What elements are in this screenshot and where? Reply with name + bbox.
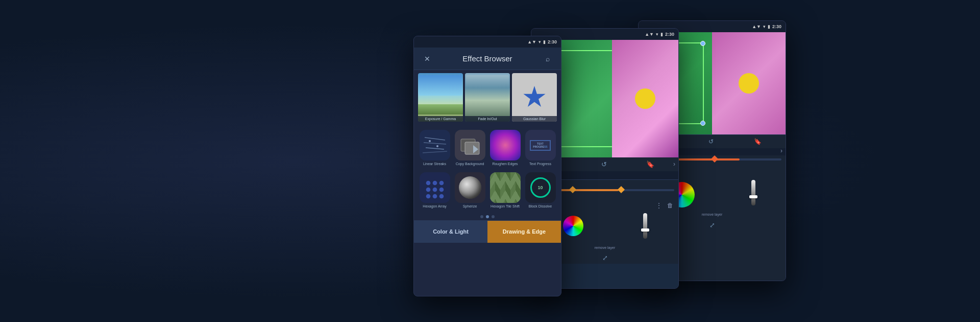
- effect-thumb-fade[interactable]: Fade In/Out: [465, 73, 510, 122]
- svg-point-14: [439, 188, 444, 192]
- effect-item-copy-bg[interactable]: Copy Background: [453, 130, 486, 166]
- dissolve-circle: 10: [530, 177, 551, 198]
- right-expand-icon[interactable]: ⤢: [709, 221, 715, 229]
- right-scroll-arrow[interactable]: ›: [780, 147, 782, 154]
- mid-lightness-slider[interactable]: [643, 213, 647, 239]
- mid-scroll-arrow[interactable]: ›: [673, 160, 675, 168]
- svg-point-16: [432, 194, 437, 199]
- mid-diamond-marker-2[interactable]: [618, 186, 625, 193]
- page-dot-1[interactable]: [480, 215, 483, 218]
- mid-color-wheel[interactable]: [563, 216, 583, 236]
- svg-point-15: [426, 194, 430, 199]
- copy-bg-svg: [455, 130, 485, 160]
- effect-icon-copy-bg: [455, 130, 485, 160]
- svg-point-9: [426, 181, 430, 186]
- right-diamond-marker[interactable]: [711, 155, 718, 163]
- effect-item-label-streaks: Linear Streaks: [423, 162, 446, 166]
- handle-tr[interactable]: [700, 41, 705, 46]
- effect-thumb-gaussian[interactable]: Gaussian Blur: [512, 73, 557, 122]
- hex-array-svg: [422, 174, 448, 203]
- page-dot-3[interactable]: [492, 215, 495, 218]
- handle-br[interactable]: [700, 121, 705, 126]
- svg-point-17: [439, 194, 444, 199]
- effects-row-large: Exposure / Gamma Fade In/Out Gaussian Bl…: [418, 73, 557, 122]
- page-dots: [414, 212, 561, 220]
- battery-icon-mid: ▮: [660, 32, 663, 37]
- time-mid: 2:30: [665, 32, 674, 37]
- close-button[interactable]: ✕: [420, 52, 434, 66]
- effect-label-2: Gaussian Blur: [512, 116, 557, 122]
- effect-icon-block-dissolve: 10: [525, 172, 556, 203]
- wifi-icon-mid: ▾: [656, 32, 658, 37]
- signal-icon-front: ▲▼: [527, 39, 536, 44]
- effect-thumb-exposure-gamma[interactable]: Exposure / Gamma: [418, 73, 463, 122]
- mid-flower-image: [612, 40, 678, 157]
- mid-diamond-marker-1[interactable]: [569, 186, 576, 193]
- effects-section-1: Linear Streaks Copy Background: [414, 127, 561, 169]
- effect-label-0: Exposure / Gamma: [418, 116, 463, 122]
- svg-line-2: [426, 148, 444, 149]
- svg-rect-7: [465, 142, 479, 154]
- effect-icon-text-prog: TEXTPROGRESS: [525, 130, 556, 160]
- signal-icon-back: ▲▼: [752, 24, 761, 29]
- mid-expand-icon[interactable]: ⤢: [602, 254, 608, 262]
- svg-point-13: [432, 188, 437, 192]
- effect-item-roughen[interactable]: Roughen Edges: [488, 130, 522, 166]
- effects-grid-2: Hexagon Array Spherize Hexagon Tile Shif…: [414, 169, 561, 212]
- wifi-icon-back: ▾: [763, 24, 766, 29]
- effect-icon-hex-array: [420, 172, 450, 203]
- svg-line-3: [423, 151, 447, 153]
- mid-action-icons: ⋮ 🗑: [656, 202, 673, 209]
- battery-icon-back: ▮: [768, 24, 770, 29]
- effect-item-label-roughen: Roughen Edges: [492, 162, 518, 166]
- mid-rotate-icon[interactable]: ↺: [601, 160, 607, 168]
- phone-front: ▲▼ ▾ ▮ 2:30 ✕ Effect Browser ⌕ Exposure …: [413, 36, 561, 296]
- right-rotate-icon[interactable]: ↺: [708, 138, 714, 145]
- effect-item-text-prog[interactable]: TEXTPROGRESS Text Progress: [524, 130, 557, 166]
- effect-item-label-copy-bg: Copy Background: [456, 162, 484, 166]
- svg-point-12: [426, 188, 430, 192]
- sky-bg: [419, 75, 462, 96]
- tab-color-light[interactable]: Color & Light: [414, 221, 487, 243]
- effect-icon-spherize: [455, 172, 485, 203]
- text-prog-inner: TEXTPROGRESS: [530, 140, 550, 151]
- battery-icon-front: ▮: [543, 39, 546, 44]
- right-bookmark-icon[interactable]: 🔖: [754, 138, 762, 145]
- effects-section-2: Hexagon Array Spherize Hexagon Tile Shif…: [414, 169, 561, 212]
- mid-more-icon[interactable]: ⋮: [656, 202, 662, 209]
- mid-slider-thumb[interactable]: [641, 228, 649, 232]
- right-lightness-slider[interactable]: [751, 180, 755, 205]
- effect-item-label-block-dissolve: Block Dissolve: [529, 204, 552, 209]
- effect-item-hex-array[interactable]: Hexagon Array: [418, 172, 451, 209]
- tab-color-light-label: Color & Light: [433, 228, 469, 235]
- effect-label-1: Fade In/Out: [465, 116, 510, 122]
- time-front: 2:30: [548, 39, 557, 44]
- effect-item-block-dissolve[interactable]: 10 Block Dissolve: [524, 172, 557, 209]
- page-title: Effect Browser: [434, 54, 541, 63]
- svg-line-0: [425, 137, 445, 140]
- effects-grid-1: Linear Streaks Copy Background: [414, 127, 561, 169]
- dissolve-number: 10: [537, 185, 543, 190]
- phones-container: ▲▼ ▾ ▮ 2:30 →: [0, 0, 980, 322]
- effect-item-linear-streaks[interactable]: Linear Streaks: [418, 130, 451, 166]
- streaks-svg: [420, 130, 450, 160]
- search-icon: ⌕: [546, 55, 550, 63]
- search-button[interactable]: ⌕: [541, 52, 555, 66]
- mid-delete-icon[interactable]: 🗑: [667, 202, 673, 209]
- svg-line-1: [424, 143, 446, 144]
- right-flower-center: [739, 73, 759, 94]
- tab-drawing-edge[interactable]: Drawing & Edge: [487, 221, 561, 243]
- mid-bookmark-icon[interactable]: 🔖: [646, 160, 654, 168]
- page-dot-2-active[interactable]: [486, 215, 489, 218]
- mid-flower-center: [635, 88, 655, 109]
- effects-large-row-container: Exposure / Gamma Fade In/Out Gaussian Bl…: [414, 70, 561, 127]
- svg-point-4: [429, 140, 431, 142]
- star-shape: [523, 86, 546, 109]
- time-back: 2:30: [772, 24, 781, 29]
- effect-item-spherize[interactable]: Spherize: [453, 172, 486, 209]
- effect-item-hex-tile[interactable]: Hexagon Tile Shift: [488, 172, 522, 209]
- effect-item-label-hex-array: Hexagon Array: [423, 204, 446, 209]
- effect-icon-linear-streaks: [420, 130, 450, 160]
- ground-bg: [418, 104, 463, 114]
- right-slider-thumb[interactable]: [749, 195, 757, 198]
